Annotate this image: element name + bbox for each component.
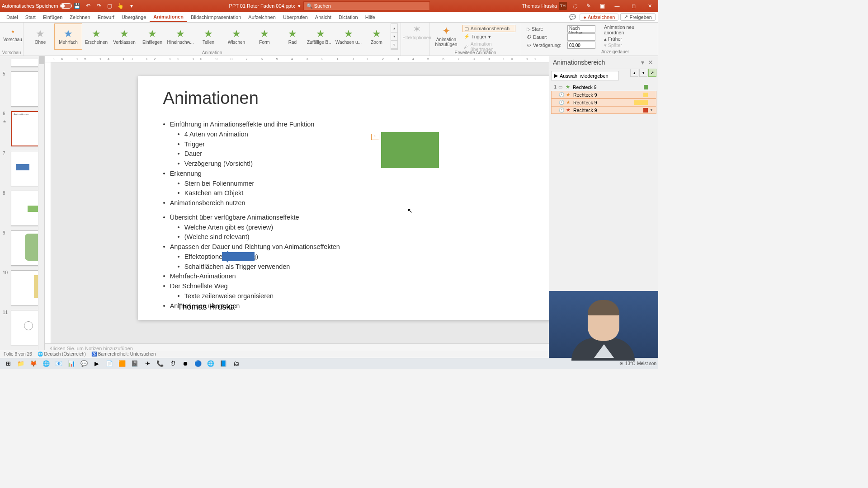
taskbar-app[interactable]: ⏱ <box>166 359 179 369</box>
tab-übergänge[interactable]: Übergänge <box>118 12 150 22</box>
pane-options-icon[interactable]: ▾ <box>638 59 646 66</box>
author-text[interactable]: Thomas Hruska <box>178 302 235 312</box>
start-select[interactable]: Nach Vorher... <box>567 25 595 33</box>
anim-entry[interactable]: 🕐★Rechteck 9▼ <box>551 106 656 114</box>
coming-soon-icon[interactable]: ◌ <box>571 2 579 10</box>
tab-überprüfen[interactable]: Überprüfen <box>279 12 311 22</box>
slide-title[interactable]: Animationen <box>163 89 547 108</box>
anim-verblassen[interactable]: ★Verblassen <box>110 23 138 50</box>
thumb-11[interactable]: 11 <box>11 310 37 345</box>
anim-zoom[interactable]: ★Zoom <box>363 23 391 50</box>
from-start-icon[interactable]: ▢ <box>106 2 114 10</box>
move-up-button[interactable]: ▴ <box>630 69 638 77</box>
tab-dictation[interactable]: Dictation <box>335 12 362 22</box>
taskbar-app[interactable]: ⏺ <box>179 359 192 369</box>
redo-icon[interactable]: ↷ <box>95 2 103 10</box>
filename-dropdown-icon[interactable]: ▾ <box>298 3 301 9</box>
anim-wischen[interactable]: ★Wischen <box>222 23 250 50</box>
anim-wachsen u...[interactable]: ★Wachsen u... <box>335 23 363 50</box>
thumb-6[interactable]: 6Animationen★ <box>11 111 37 146</box>
tab-einfügen[interactable]: Einfügen <box>39 12 66 22</box>
user-account[interactable]: Thomas Hruska TH <box>522 2 567 10</box>
pane-close-icon[interactable]: ✕ <box>646 59 655 66</box>
thumb-8[interactable]: 8 <box>11 191 37 226</box>
anim-mehrfach[interactable]: ★Mehrfach <box>54 23 82 50</box>
taskbar-app[interactable]: ▶ <box>90 359 103 369</box>
anim-teilen[interactable]: ★Teilen <box>194 23 222 50</box>
tab-datei[interactable]: Datei <box>3 12 22 22</box>
tab-hilfe[interactable]: Hilfe <box>362 12 379 22</box>
anim-ohne[interactable]: ★Ohne <box>26 23 54 50</box>
accessibility-status[interactable]: ♿ Barrierefreiheit: Untersuchen <box>91 352 156 357</box>
taskbar-app[interactable]: 📘 <box>217 359 230 369</box>
blue-arrow-shape[interactable] <box>222 252 255 261</box>
slide-body[interactable]: Einführung in Animationseffekte und ihre… <box>163 120 547 311</box>
taskbar-app[interactable]: 📊 <box>65 359 78 369</box>
thumb-5[interactable]: 5 <box>11 71 37 107</box>
animation-list[interactable]: 1▭★Rechteck 9🕐★Rechteck 9🕐★Rechteck 9🕐★R… <box>551 83 656 114</box>
thumb-9[interactable]: 9 <box>11 230 37 266</box>
slide-canvas[interactable]: Animationen Einführung in Animationseffe… <box>138 76 572 320</box>
tab-aufzeichnen[interactable]: Aufzeichnen <box>245 12 279 22</box>
anim-form[interactable]: ★Form <box>250 23 278 50</box>
animation-gallery[interactable]: ★Ohne★Mehrfach★Erscheinen★Verblassen★Ein… <box>26 23 398 50</box>
expand-button[interactable]: ⤢ <box>648 69 656 77</box>
animation-pane-toggle[interactable]: ▢ Animationsbereich <box>462 25 515 32</box>
windows-taskbar[interactable]: ⊞📁🦊🌐📧📊💬▶📄🟧📓✈📞⏱⏺🔵🌐📘🗂 ☀ 13°C Meist son <box>0 358 658 369</box>
anim-entry[interactable]: 🕐★Rechteck 9 <box>551 99 656 106</box>
tab-start[interactable]: Start <box>22 12 39 22</box>
taskbar-app[interactable]: 📧 <box>52 359 65 369</box>
taskbar-app[interactable]: 📓 <box>128 359 141 369</box>
tab-bildschirmpräsentation[interactable]: Bildschirmpräsentation <box>187 12 245 22</box>
ink-icon[interactable]: ✎ <box>585 2 593 10</box>
slide-thumbnails[interactable]: 56Animationen★7891011 <box>0 56 45 355</box>
animation-order-tag[interactable]: 1 <box>371 134 379 140</box>
taskbar-app[interactable]: 🟧 <box>116 359 128 369</box>
play-selection-button[interactable]: ▶ Auswahl wiedergeben <box>551 71 619 80</box>
qat-more-icon[interactable]: ▾ <box>127 2 136 10</box>
taskbar-app[interactable]: 🔵 <box>192 359 204 369</box>
weather-widget[interactable]: ☀ 13°C Meist son <box>619 361 656 366</box>
touch-mode-icon[interactable]: 👆 <box>117 2 125 10</box>
taskbar-app[interactable]: 💬 <box>78 359 90 369</box>
anim-entry[interactable]: 1▭★Rechteck 9 <box>551 83 656 91</box>
record-button[interactable]: ● Aufzeichnen <box>580 14 618 21</box>
anim-entry[interactable]: 🕐★Rechteck 9 <box>551 91 656 99</box>
preview-button[interactable]: ★ Vorschau <box>3 23 23 42</box>
close-button[interactable]: ✕ <box>643 3 656 9</box>
tab-zeichnen[interactable]: Zeichnen <box>66 12 94 22</box>
thumb-7[interactable]: 7 <box>11 151 37 186</box>
delay-input[interactable] <box>567 42 595 49</box>
thumbnail-scrollbar[interactable] <box>38 56 44 355</box>
taskbar-app[interactable]: ✈ <box>141 359 154 369</box>
taskbar-app[interactable]: 🗂 <box>230 359 242 369</box>
thumb-top[interactable] <box>11 59 37 67</box>
move-down-button[interactable]: ▾ <box>639 69 647 77</box>
share-button[interactable]: ↗ Freigeben <box>620 13 656 21</box>
duration-input[interactable] <box>567 33 595 41</box>
thumb-10[interactable]: 10 <box>11 270 37 305</box>
search-box[interactable]: 🔍 Suchen <box>303 1 430 10</box>
minimize-button[interactable]: — <box>610 3 624 9</box>
taskbar-app[interactable]: 🌐 <box>40 359 52 369</box>
tab-ansicht[interactable]: Ansicht <box>311 12 335 22</box>
green-rectangle-shape[interactable] <box>381 132 439 168</box>
tab-animationen[interactable]: Animationen <box>150 12 187 22</box>
tab-entwurf[interactable]: Entwurf <box>94 12 118 22</box>
anim-einfliegen[interactable]: ★Einfliegen <box>138 23 166 50</box>
maximize-button[interactable]: ◻ <box>627 3 640 9</box>
move-earlier-button[interactable]: ▴ Früher <box>604 36 655 42</box>
taskbar-app[interactable]: ⊞ <box>2 359 14 369</box>
undo-icon[interactable]: ↶ <box>84 2 92 10</box>
present-icon[interactable]: ▣ <box>598 2 606 10</box>
anim-hineinschw...[interactable]: ★Hineinschw... <box>166 23 194 50</box>
comments-icon[interactable]: 💬 <box>568 13 576 21</box>
language-status[interactable]: 🌐 Deutsch (Österreich) <box>38 352 86 357</box>
gallery-scroll[interactable]: ▴▾▿ <box>391 23 398 50</box>
taskbar-app[interactable]: 📁 <box>14 359 27 369</box>
save-icon[interactable]: 💾 <box>73 2 81 10</box>
anim-zufällige ba...[interactable]: ★Zufällige Ba... <box>307 23 335 50</box>
autosave-toggle[interactable]: Automatisches Speichern <box>2 3 72 9</box>
anim-erscheinen[interactable]: ★Erscheinen <box>82 23 110 50</box>
taskbar-app[interactable]: 🦊 <box>27 359 40 369</box>
